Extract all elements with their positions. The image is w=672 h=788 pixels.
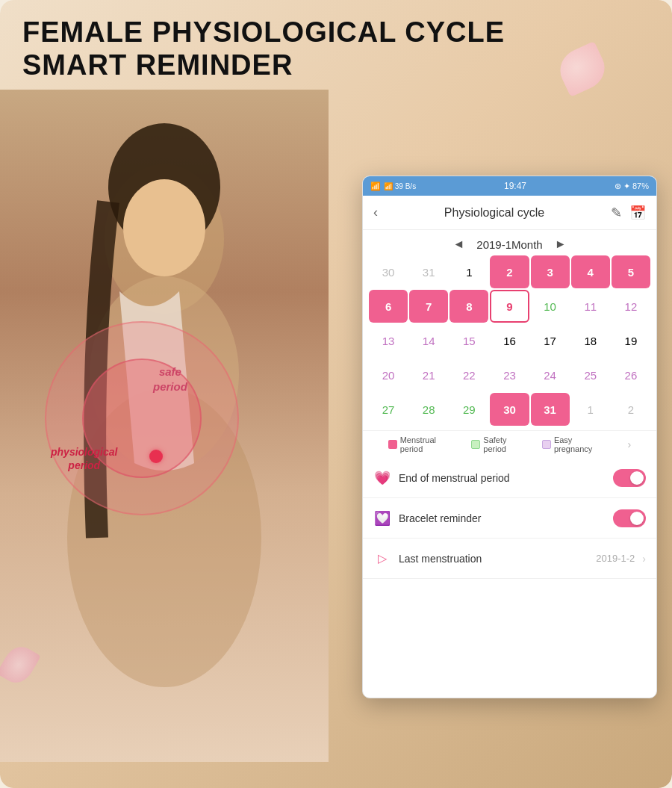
cal-cell[interactable]: 29 bbox=[449, 393, 488, 426]
cal-cell[interactable]: 10 bbox=[531, 290, 570, 323]
cal-cell[interactable]: 1 bbox=[571, 393, 610, 426]
cal-cell[interactable]: 24 bbox=[531, 359, 570, 391]
cal-cell[interactable]: 15 bbox=[449, 324, 488, 357]
app-header: ‹ Physiological cycle ✎ 📅 bbox=[363, 196, 656, 230]
cal-cell[interactable]: 17 bbox=[531, 324, 570, 357]
cal-cell[interactable]: 5 bbox=[612, 255, 650, 288]
cal-cell[interactable]: 12 bbox=[612, 290, 650, 323]
cal-cell[interactable]: 28 bbox=[409, 393, 448, 426]
last-menstruation-date: 2019-1-2 bbox=[596, 553, 635, 564]
cal-cell[interactable]: 31 bbox=[531, 393, 570, 426]
page-title-line1: FEMALE PHYSIOLOGICAL CYCLE bbox=[22, 16, 650, 49]
cycle-dot bbox=[149, 450, 163, 463]
calendar-area: 30 31 1 2 3 4 5 6 7 8 9 10 11 12 13 14 1… bbox=[363, 255, 656, 430]
play-icon: ▷ bbox=[373, 551, 391, 565]
legend-menstrual: Menstrualperiod bbox=[388, 435, 436, 453]
cycle-diagram: safeperiod physiologicalperiod bbox=[37, 314, 246, 523]
back-button[interactable]: ‹ bbox=[373, 205, 378, 220]
cal-cell[interactable]: 30 bbox=[369, 255, 408, 288]
cal-cell[interactable]: 14 bbox=[409, 324, 448, 357]
cal-cell[interactable]: 18 bbox=[571, 324, 610, 357]
calendar-grid: 30 31 1 2 3 4 5 6 7 8 9 10 11 12 13 14 1… bbox=[369, 255, 650, 426]
cal-cell[interactable]: 19 bbox=[612, 324, 650, 357]
page-title-line2: SMART REMINDER bbox=[22, 49, 650, 82]
cal-cell[interactable]: 20 bbox=[369, 359, 408, 391]
legend-label-safety: Safetyperiod bbox=[483, 435, 506, 453]
toggle-bracelet[interactable] bbox=[613, 509, 646, 527]
cal-cell[interactable]: 22 bbox=[449, 359, 488, 391]
reminder-label-menstrual: End of menstrual period bbox=[399, 472, 606, 484]
app-title: Physiological cycle bbox=[444, 206, 544, 220]
toggle-menstrual[interactable] bbox=[613, 469, 646, 487]
cal-cell[interactable]: 7 bbox=[409, 290, 448, 323]
reminder-row-bracelet: 💟 Bracelet reminder bbox=[363, 498, 656, 539]
cal-cell[interactable]: 1 bbox=[449, 255, 488, 288]
header-icons: ✎ 📅 bbox=[611, 205, 646, 221]
reminder-section: 💗 End of menstrual period 💟 Bracelet rem… bbox=[363, 458, 656, 579]
network-speed: 📶 39 B/s bbox=[384, 182, 416, 190]
cal-cell[interactable]: 3 bbox=[531, 255, 570, 288]
battery-icon: ⊛ ✦ 87% bbox=[615, 182, 649, 191]
calendar-icon[interactable]: 📅 bbox=[629, 205, 646, 221]
legend-dot-lavender bbox=[542, 440, 551, 449]
safe-period-label: safeperiod bbox=[153, 364, 187, 394]
signal-icon: 📶 bbox=[370, 182, 381, 191]
status-bar: 📶 📶 39 B/s 19:47 ⊛ ✦ 87% bbox=[363, 176, 656, 196]
status-right: ⊛ ✦ 87% bbox=[615, 182, 649, 191]
bracelet-icon: 💟 bbox=[373, 510, 391, 527]
heart-icon: 💗 bbox=[373, 470, 391, 486]
cal-cell[interactable]: 11 bbox=[571, 290, 610, 323]
cal-cell[interactable]: 2 bbox=[612, 393, 650, 426]
phone-mockup: 📶 📶 39 B/s 19:47 ⊛ ✦ 87% ‹ Physiological… bbox=[362, 176, 657, 698]
cal-cell[interactable]: 6 bbox=[369, 290, 408, 323]
prev-month-button[interactable]: ◄ bbox=[452, 238, 464, 251]
cal-cell[interactable]: 21 bbox=[409, 359, 448, 391]
cal-cell-today[interactable]: 9 bbox=[490, 290, 529, 323]
svg-point-4 bbox=[123, 179, 205, 276]
cal-cell[interactable]: 26 bbox=[612, 359, 650, 391]
status-left: 📶 📶 39 B/s bbox=[370, 182, 416, 191]
status-time: 19:47 bbox=[504, 181, 526, 191]
reminder-row-last: ▷ Last menstruation 2019-1-2 › bbox=[363, 539, 656, 579]
physiological-period-label: physiologicalperiod bbox=[51, 445, 117, 472]
cal-cell[interactable]: 27 bbox=[369, 393, 408, 426]
legend-label-pregnancy: Easypregnancy bbox=[554, 435, 592, 453]
cal-cell[interactable]: 25 bbox=[571, 359, 610, 391]
legend-pregnancy: Easypregnancy bbox=[542, 435, 592, 453]
month-label: 2019-1Month bbox=[476, 238, 542, 251]
cal-cell[interactable]: 8 bbox=[449, 290, 488, 323]
reminder-label-last: Last menstruation bbox=[399, 553, 588, 565]
cal-cell[interactable]: 13 bbox=[369, 324, 408, 357]
edit-icon[interactable]: ✎ bbox=[611, 205, 622, 221]
reminder-label-bracelet: Bracelet reminder bbox=[399, 512, 606, 524]
legend-label-menstrual: Menstrualperiod bbox=[400, 435, 436, 453]
cal-cell[interactable]: 4 bbox=[571, 255, 610, 288]
legend-arrow[interactable]: › bbox=[628, 438, 632, 450]
legend-area: Menstrualperiod Safetyperiod Easypregnan… bbox=[363, 430, 656, 458]
chevron-icon[interactable]: › bbox=[642, 553, 646, 565]
legend-safety: Safetyperiod bbox=[471, 435, 506, 453]
legend-dot-pink bbox=[388, 440, 397, 449]
month-navigation: ◄ 2019-1Month ► bbox=[363, 230, 656, 255]
next-month-button[interactable]: ► bbox=[555, 238, 567, 251]
cal-cell[interactable]: 2 bbox=[490, 255, 529, 288]
cal-cell[interactable]: 23 bbox=[490, 359, 529, 391]
cal-cell[interactable]: 30 bbox=[490, 393, 529, 426]
cal-cell[interactable]: 31 bbox=[409, 255, 448, 288]
cal-cell[interactable]: 16 bbox=[490, 324, 529, 357]
title-area: FEMALE PHYSIOLOGICAL CYCLE SMART REMINDE… bbox=[22, 16, 650, 81]
legend-dot-green bbox=[471, 440, 480, 449]
reminder-row-menstrual: 💗 End of menstrual period bbox=[363, 458, 656, 498]
